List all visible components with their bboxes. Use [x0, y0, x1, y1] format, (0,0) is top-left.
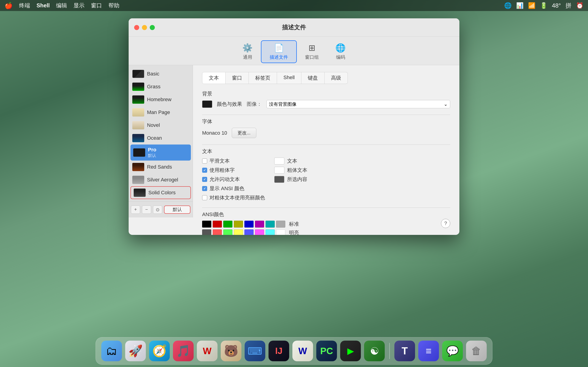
minimize-button[interactable]	[142, 25, 147, 30]
help-button[interactable]: ?	[441, 219, 450, 228]
toolbar-window-group[interactable]: ⊞ 窗口组	[297, 41, 327, 63]
dock-launchpad[interactable]: 🚀	[125, 341, 146, 361]
menubar-left: 🍎 终端 Shell 编辑 显示 窗口 帮助	[5, 2, 120, 9]
close-button[interactable]	[134, 25, 139, 30]
smooth-text-checkbox[interactable]	[202, 158, 207, 164]
ansi-normal-7[interactable]	[276, 221, 285, 227]
menubar-wifi: 📶	[528, 2, 536, 9]
toolbar-profiles[interactable]: 📄 描述文件	[261, 40, 297, 63]
blink-text-checkbox[interactable]	[202, 177, 207, 182]
font-name-display: Monaco 10	[202, 130, 227, 136]
background-title: 背景	[202, 90, 450, 97]
ansi-bright-2[interactable]	[223, 229, 233, 235]
sub-tab-window[interactable]: 窗口	[225, 72, 249, 84]
set-default-button[interactable]: 默认	[164, 206, 190, 214]
ansi-normal-0[interactable]	[202, 221, 211, 227]
menubar-window[interactable]: 窗口	[91, 2, 102, 9]
dock-finder[interactable]: 🗂	[101, 341, 122, 361]
background-image-label: 图像：	[247, 101, 262, 108]
ansi-normal-1[interactable]	[213, 221, 222, 227]
ansi-normal-row: 标准	[202, 221, 450, 227]
font-change-button[interactable]: 更改...	[232, 128, 256, 138]
dock-tabby[interactable]: ≡	[418, 341, 439, 361]
selected-color-swatch[interactable]	[274, 176, 284, 183]
dock-idea[interactable]: IJ	[268, 341, 289, 361]
toolbar-general[interactable]: ⚙️ 通用	[234, 41, 261, 63]
sidebar-item-pro[interactable]: Pro 默认	[130, 144, 191, 161]
sidebar-thumb-pro	[133, 148, 145, 157]
traffic-lights	[134, 25, 155, 30]
ansi-bright-1[interactable]	[213, 229, 222, 235]
remove-profile-button[interactable]: −	[142, 206, 151, 214]
ansi-bright-4[interactable]	[244, 229, 254, 235]
sidebar-item-basic[interactable]: Basic	[129, 67, 193, 80]
sidebar-bottom-bar: + − ⊙ 默认	[129, 201, 193, 217]
ansi-normal-4[interactable]	[244, 221, 254, 227]
ansi-normal-5[interactable]	[255, 221, 264, 227]
dock-bear[interactable]: 🐻	[221, 341, 242, 361]
menubar-edit[interactable]: 编辑	[56, 2, 67, 9]
ansi-normal-2[interactable]	[223, 221, 233, 227]
sidebar-item-novel[interactable]: Novel	[129, 119, 193, 132]
dock-terminal[interactable]: ▶	[340, 341, 361, 361]
dock-wechat[interactable]: 💬	[442, 341, 463, 361]
toolbar-encoding[interactable]: 🌐 编码	[327, 41, 354, 63]
divider-1	[202, 115, 450, 115]
sub-tab-advanced[interactable]: 高级	[325, 72, 348, 84]
sidebar-item-redsands[interactable]: Red Sands	[129, 161, 193, 173]
ansi-bright-5[interactable]	[255, 229, 264, 235]
bright-bold-checkbox[interactable]	[202, 195, 207, 200]
action-profile-button[interactable]: ⊙	[153, 206, 162, 214]
sidebar-thumb-solidcolors	[134, 189, 146, 197]
chevron-down-icon: ⌄	[444, 101, 448, 107]
menubar-ime[interactable]: 拼	[565, 2, 571, 10]
sidebar-item-silveraerogel[interactable]: Silver Aerogel	[129, 173, 193, 186]
sub-tab-text[interactable]: 文本	[202, 72, 225, 84]
dock-wps2[interactable]: W	[292, 341, 313, 361]
background-color-swatch[interactable]	[202, 100, 212, 108]
dock-safari[interactable]: 🧭	[149, 341, 170, 361]
menubar-stats: 📊	[516, 2, 523, 9]
sidebar-container: Basic Grass Homebrew Man Page Novel	[129, 65, 193, 235]
ansi-bright-0[interactable]	[202, 229, 211, 235]
sub-tab-shell[interactable]: Shell	[277, 72, 301, 84]
right-panel: 文本 窗口 标签页 Shell 键盘 高级 背景 颜色与效果 图像： 没有背景图…	[193, 65, 459, 235]
dock-wps[interactable]: W	[197, 341, 217, 361]
ansi-bright-7[interactable]	[276, 229, 285, 235]
menubar: 🍎 终端 Shell 编辑 显示 窗口 帮助 🌐 📊 📶 🔋 48° 拼 ⏰	[0, 0, 588, 11]
sub-tab-keyboard[interactable]: 键盘	[301, 72, 325, 84]
smooth-text-label: 平滑文本	[209, 158, 230, 165]
menubar-help[interactable]: 帮助	[108, 2, 120, 9]
text-section: 文本 平滑文本 使用粗体字 允许闪动文本	[202, 148, 450, 201]
add-profile-button[interactable]: +	[131, 206, 140, 214]
dock-typora[interactable]: T	[394, 341, 415, 361]
sidebar-label-homebrew: Homebrew	[147, 97, 171, 102]
toolbar-profiles-label: 描述文件	[270, 54, 288, 60]
bold-color-swatch[interactable]	[274, 167, 284, 174]
bold-text-checkbox[interactable]	[202, 168, 207, 173]
menubar-display[interactable]: 显示	[73, 2, 85, 9]
sub-tab-tab[interactable]: 标签页	[249, 72, 277, 84]
dock-vscode[interactable]: ⌨	[245, 341, 265, 361]
selected-color-label: 所选内容	[287, 176, 307, 183]
dock-pycharm[interactable]: PC	[316, 341, 337, 361]
dock-taichi[interactable]: ☯	[364, 341, 385, 361]
sidebar-item-homebrew[interactable]: Homebrew	[129, 93, 193, 106]
apple-menu[interactable]: 🍎	[5, 2, 13, 9]
menubar-shell[interactable]: Shell	[36, 2, 50, 9]
dock-music[interactable]: 🎵	[173, 341, 194, 361]
sidebar-item-solidcolors[interactable]: Solid Colors	[130, 186, 191, 199]
sidebar-item-grass[interactable]: Grass	[129, 80, 193, 93]
ansi-bright-3[interactable]	[234, 229, 243, 235]
sidebar-item-ocean[interactable]: Ocean	[129, 132, 193, 144]
text-color-swatch[interactable]	[274, 158, 284, 165]
dock-trash[interactable]: 🗑	[466, 341, 487, 361]
ansi-bright-6[interactable]	[266, 229, 275, 235]
ansi-normal-6[interactable]	[266, 221, 275, 227]
ansi-colors-checkbox[interactable]	[202, 186, 207, 191]
ansi-normal-3[interactable]	[234, 221, 243, 227]
menubar-terminal[interactable]: 终端	[19, 2, 30, 9]
background-image-select[interactable]: 没有背景图像 ⌄	[267, 100, 450, 108]
sidebar-item-manpage[interactable]: Man Page	[129, 106, 193, 119]
maximize-button[interactable]	[150, 25, 155, 30]
